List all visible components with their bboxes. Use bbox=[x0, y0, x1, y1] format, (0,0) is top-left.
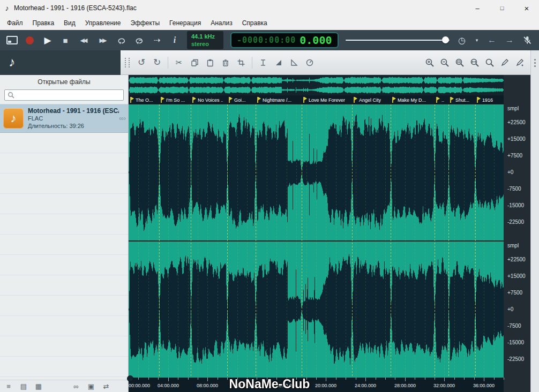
zoom-selection-icon bbox=[455, 58, 465, 67]
record-button[interactable] bbox=[25, 34, 35, 47]
show-panel-button[interactable]: ▣ bbox=[87, 382, 95, 390]
normalize-button[interactable] bbox=[303, 56, 316, 69]
zoom-selection-button[interactable] bbox=[453, 56, 466, 69]
link-channels-button[interactable]: ∞ bbox=[72, 382, 80, 390]
crop-button[interactable] bbox=[235, 56, 248, 69]
volume-slider[interactable] bbox=[346, 34, 450, 46]
swap-view-button[interactable]: ⇄ bbox=[102, 382, 110, 390]
waveform-canvas[interactable] bbox=[129, 104, 504, 378]
marker-flag-icon bbox=[450, 97, 454, 103]
fast-forward-button[interactable]: ▶▶ bbox=[97, 34, 109, 47]
navigate-back-button[interactable]: ← bbox=[486, 34, 497, 47]
cut-button[interactable]: ✂ bbox=[173, 56, 185, 69]
ruler-tick bbox=[158, 378, 159, 380]
file-list-empty-area[interactable] bbox=[0, 133, 128, 380]
toolbar-drag-handle[interactable] bbox=[125, 58, 130, 67]
zoom-full-button[interactable] bbox=[483, 56, 496, 69]
adjust-level-button[interactable] bbox=[257, 56, 270, 69]
app-logo-icon: ♪ bbox=[0, 4, 14, 12]
scale-tick-label: -7500 bbox=[507, 186, 521, 192]
track-marker[interactable]: ... bbox=[436, 97, 444, 103]
track-marker[interactable]: Shut... bbox=[450, 97, 469, 103]
track-marker[interactable]: The O... bbox=[130, 97, 153, 103]
toolbar-separator bbox=[252, 57, 252, 69]
scale-tick-label: +15000 bbox=[507, 136, 526, 142]
ruler-tick bbox=[227, 378, 228, 380]
rewind-button[interactable]: ◀◀ bbox=[78, 34, 90, 47]
fade-in-button[interactable] bbox=[272, 56, 285, 69]
view-grid-button[interactable]: ▦ bbox=[34, 382, 43, 390]
history-button[interactable]: ◷ bbox=[456, 34, 467, 47]
menu-item[interactable]: Правка bbox=[28, 16, 59, 30]
ruler-tick bbox=[385, 378, 386, 380]
track-marker[interactable]: No Voices ... bbox=[192, 97, 223, 103]
loop-selection-button[interactable] bbox=[134, 34, 145, 47]
play-follow-button[interactable]: ⇢ bbox=[152, 34, 162, 47]
close-button[interactable]: × bbox=[514, 0, 539, 16]
menu-item[interactable]: Генерация bbox=[164, 16, 206, 30]
ruler-tick bbox=[237, 378, 238, 380]
file-name: Motorhead - 1991 - 1916 (ESCA... bbox=[28, 107, 119, 115]
selection-panel-toggle[interactable] bbox=[6, 34, 18, 47]
menu-item[interactable]: Управление bbox=[80, 16, 126, 30]
paste-button[interactable] bbox=[204, 56, 216, 69]
marker-label: Angel City bbox=[359, 97, 381, 103]
history-caret-icon[interactable]: ▾ bbox=[474, 34, 480, 47]
edit-pencil-smooth-button[interactable] bbox=[513, 56, 526, 69]
marker-flag-icon bbox=[130, 97, 134, 103]
zoom-out-button[interactable] bbox=[438, 56, 451, 69]
track-marker[interactable]: Love Me Forever bbox=[303, 97, 345, 103]
file-tab-icon[interactable]: ♪ bbox=[9, 55, 15, 70]
track-marker[interactable]: Make My D... bbox=[392, 97, 426, 103]
scale-tick-label: -22500 bbox=[507, 356, 524, 362]
ruler-tick bbox=[454, 378, 455, 380]
menu-item[interactable]: Файл bbox=[2, 16, 28, 30]
time-label: 32:00.000 bbox=[433, 383, 455, 388]
edit-toolbar: ↺ ↻ ✂ bbox=[121, 50, 530, 75]
file-list-item[interactable]: ♪ Motorhead - 1991 - 1916 (ESCA... FLAC … bbox=[0, 104, 128, 133]
redo-button[interactable]: ↻ bbox=[151, 56, 163, 69]
marker-flag-icon bbox=[257, 97, 261, 103]
mic-mute-button[interactable] bbox=[522, 34, 533, 47]
ruler-tick bbox=[494, 378, 495, 380]
zoom-fit-button[interactable] bbox=[468, 56, 481, 69]
overview-waveform[interactable] bbox=[129, 75, 504, 95]
panel-splitter[interactable] bbox=[530, 50, 539, 392]
pencil-icon bbox=[500, 58, 509, 67]
copy-button[interactable] bbox=[188, 56, 201, 69]
track-marker[interactable]: I'm So ... bbox=[160, 97, 185, 103]
marker-bar[interactable]: The O...I'm So ...No Voices ...Goi...Nig… bbox=[129, 95, 504, 104]
track-marker[interactable]: 1916 bbox=[476, 97, 493, 103]
delete-button[interactable] bbox=[219, 56, 232, 69]
undo-button[interactable]: ↺ bbox=[135, 56, 148, 69]
scale-tick-label: +7500 bbox=[507, 290, 522, 296]
search-input[interactable] bbox=[4, 89, 124, 101]
minimize-button[interactable]: – bbox=[465, 0, 490, 16]
zoom-in-button[interactable] bbox=[423, 56, 436, 69]
sidebar-status-bar: ≡ ▤ ▦ ∞ ▣ ⇄ bbox=[0, 380, 128, 392]
track-marker[interactable]: Goi... bbox=[228, 97, 246, 103]
volume-knob[interactable] bbox=[442, 36, 449, 43]
menu-item[interactable]: Анализ bbox=[206, 16, 237, 30]
info-button[interactable]: i bbox=[169, 34, 180, 47]
view-list-button[interactable]: ≡ bbox=[4, 382, 13, 390]
play-button[interactable]: ▶ bbox=[42, 34, 53, 47]
stop-button[interactable]: ■ bbox=[60, 34, 71, 47]
navigate-forward-button[interactable]: → bbox=[504, 34, 515, 47]
title-bar: ♪ Motorhead - 1991 - 1916 (ESCA-5243).fl… bbox=[0, 0, 539, 16]
item-chevron-icon[interactable]: › bbox=[124, 115, 126, 122]
track-marker[interactable]: Nightmare /... bbox=[257, 97, 291, 103]
menu-item[interactable]: Справка bbox=[237, 16, 272, 30]
fade-out-button[interactable] bbox=[288, 56, 301, 69]
edit-pencil-button[interactable] bbox=[498, 56, 511, 69]
ruler-tick bbox=[188, 378, 189, 380]
track-marker[interactable]: Angel City bbox=[353, 97, 381, 103]
view-details-button[interactable]: ▤ bbox=[19, 382, 28, 390]
menu-item[interactable]: Вид bbox=[59, 16, 80, 30]
loop-button[interactable] bbox=[116, 34, 127, 47]
maximize-button[interactable]: □ bbox=[490, 0, 514, 16]
playback-cursor-handle[interactable] bbox=[127, 375, 133, 382]
marker-flag-icon bbox=[476, 97, 481, 103]
time-ruler[interactable]: 00:00.00004:00.00008:00.00012:00.00016:0… bbox=[129, 378, 504, 392]
menu-item[interactable]: Эффекты bbox=[126, 16, 165, 30]
